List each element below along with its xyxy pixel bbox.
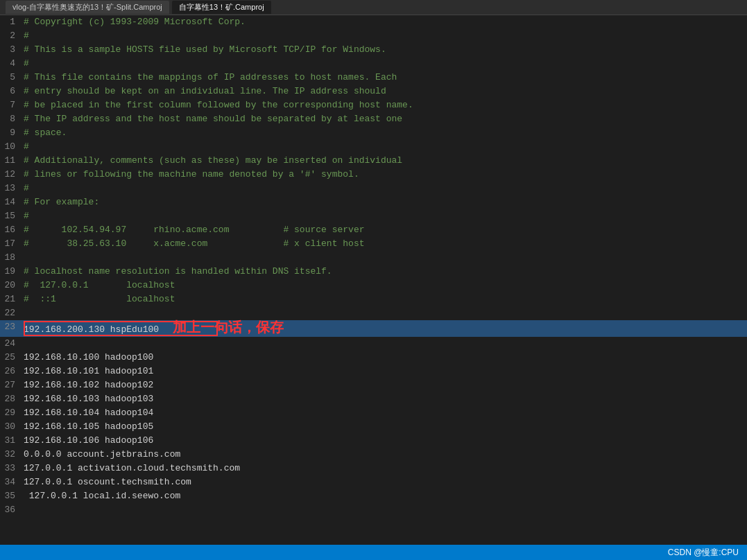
line-number: 16 bbox=[0, 223, 21, 237]
line-content: # bbox=[21, 140, 747, 154]
line-number: 23 bbox=[0, 320, 21, 337]
line-number: 5 bbox=[0, 71, 21, 85]
line: 14# For example: bbox=[0, 195, 747, 209]
line: 34127.0.0.1 oscount.techsmith.com bbox=[0, 475, 747, 489]
line-number: 35 bbox=[0, 489, 21, 503]
line-content: # lines or following the machine name de… bbox=[21, 168, 747, 182]
line-content: 192.168.10.103 hadoop103 bbox=[21, 392, 747, 406]
line-content: # bbox=[21, 29, 747, 43]
line-content: 0.0.0.0 account.jetbrains.com bbox=[21, 448, 747, 462]
line-content: # This file contains the mappings of IP … bbox=[21, 71, 747, 85]
line-content: # This is a sample HOSTS file used by Mi… bbox=[21, 43, 747, 57]
line-number: 15 bbox=[0, 209, 21, 223]
line-content: # 38.25.63.10 x.acme.com # x client host bbox=[21, 237, 747, 251]
line-number: 8 bbox=[0, 112, 21, 126]
line-number: 1 bbox=[0, 15, 21, 29]
tab-2[interactable]: 自字幕性13！矿.Camproj bbox=[172, 1, 271, 14]
line-content: # bbox=[21, 182, 747, 195]
line-number: 21 bbox=[0, 292, 21, 306]
line-content: # Additionally, comments (such as these)… bbox=[21, 154, 747, 168]
line-content: # For example: bbox=[21, 195, 747, 209]
tab-1[interactable]: vlog-自字幕性奥速克的13！矿-Split.Camproj bbox=[6, 1, 169, 14]
status-text: CSDN @慢童:CPU bbox=[668, 547, 739, 559]
line: 25192.168.10.100 hadoop100 bbox=[0, 351, 747, 365]
line-number: 27 bbox=[0, 378, 21, 392]
line: 20# 127.0.0.1 localhost bbox=[0, 279, 747, 292]
line: 11# Additionally, comments (such as thes… bbox=[0, 154, 747, 168]
line-content: 127.0.0.1 oscount.techsmith.com bbox=[21, 475, 747, 489]
line-content: # bbox=[21, 209, 747, 223]
line: 35 127.0.0.1 local.id.seewo.com bbox=[0, 489, 747, 503]
line-content: 192.168.10.105 hadoop105 bbox=[21, 420, 747, 434]
line: 36 bbox=[0, 503, 747, 517]
line-content: 192.168.10.102 hadoop102 bbox=[21, 378, 747, 392]
line: 4# bbox=[0, 57, 747, 71]
line-number: 25 bbox=[0, 351, 21, 365]
line: 29192.168.10.104 hadoop104 bbox=[0, 406, 747, 420]
line: 6# entry should be kept on an individual… bbox=[0, 85, 747, 98]
line: 23192.168.200.130 hspEdu100加上一句话，保存 bbox=[0, 320, 747, 337]
line-number: 10 bbox=[0, 140, 21, 154]
editor-area: 1# Copyright (c) 1993-2009 Microsoft Cor… bbox=[0, 15, 747, 545]
line-number: 17 bbox=[0, 237, 21, 251]
line-content: # 102.54.94.97 rhino.acme.com # source s… bbox=[21, 223, 747, 237]
line-content bbox=[21, 306, 747, 320]
line-content: # be placed in the first column followed… bbox=[21, 98, 747, 112]
line: 13# bbox=[0, 182, 747, 195]
line-number: 12 bbox=[0, 168, 21, 182]
line: 33127.0.0.1 activation.cloud.techsmith.c… bbox=[0, 462, 747, 475]
line-content: 192.168.200.130 hspEdu100加上一句话，保存 bbox=[21, 320, 747, 337]
line: 21# ::1 localhost bbox=[0, 292, 747, 306]
line: 19# localhost name resolution is handled… bbox=[0, 265, 747, 279]
line-content: 192.168.10.106 hadoop106 bbox=[21, 434, 747, 448]
line-content: # The IP address and the host name shoul… bbox=[21, 112, 747, 126]
line: 2# bbox=[0, 29, 747, 43]
line-content: 127.0.0.1 activation.cloud.techsmith.com bbox=[21, 462, 747, 475]
line-content bbox=[21, 503, 747, 517]
line-number: 24 bbox=[0, 337, 21, 351]
line-number: 34 bbox=[0, 475, 21, 489]
line-number: 6 bbox=[0, 85, 21, 98]
line-number: 11 bbox=[0, 154, 21, 168]
line-content: 192.168.10.101 hadoop101 bbox=[21, 365, 747, 378]
line-content: # 127.0.0.1 localhost bbox=[21, 279, 747, 292]
line: 320.0.0.0 account.jetbrains.com bbox=[0, 448, 747, 462]
line-content: 192.168.10.100 hadoop100 bbox=[21, 351, 747, 365]
line-content bbox=[21, 337, 747, 351]
line-number: 26 bbox=[0, 365, 21, 378]
line: 18 bbox=[0, 251, 747, 265]
line-content: 192.168.10.104 hadoop104 bbox=[21, 406, 747, 420]
line-container: 1# Copyright (c) 1993-2009 Microsoft Cor… bbox=[0, 15, 747, 517]
line-number: 2 bbox=[0, 29, 21, 43]
line-content: # bbox=[21, 57, 747, 71]
line: 10# bbox=[0, 140, 747, 154]
line: 7# be placed in the first column followe… bbox=[0, 98, 747, 112]
line: 9# space. bbox=[0, 126, 747, 140]
line-number: 7 bbox=[0, 98, 21, 112]
line-number: 32 bbox=[0, 448, 21, 462]
line-number: 20 bbox=[0, 279, 21, 292]
line: 31192.168.10.106 hadoop106 bbox=[0, 434, 747, 448]
line-number: 13 bbox=[0, 182, 21, 195]
line-number: 29 bbox=[0, 406, 21, 420]
line-number: 33 bbox=[0, 462, 21, 475]
line-number: 18 bbox=[0, 251, 21, 265]
annotation-text: 加上一句话，保存 bbox=[159, 320, 284, 335]
line-number: 4 bbox=[0, 57, 21, 71]
line-number: 22 bbox=[0, 306, 21, 320]
line-number: 30 bbox=[0, 420, 21, 434]
line-number: 9 bbox=[0, 126, 21, 140]
line-content: # Copyright (c) 1993-2009 Microsoft Corp… bbox=[21, 15, 747, 29]
line: 5# This file contains the mappings of IP… bbox=[0, 71, 747, 85]
line: 22 bbox=[0, 306, 747, 320]
line-number: 36 bbox=[0, 503, 21, 517]
line-number: 28 bbox=[0, 392, 21, 406]
line-content bbox=[21, 251, 747, 265]
line: 28192.168.10.103 hadoop103 bbox=[0, 392, 747, 406]
line-content: # space. bbox=[21, 126, 747, 140]
line: 24 bbox=[0, 337, 747, 351]
title-bar: vlog-自字幕性奥速克的13！矿-Split.Camproj 自字幕性13！矿… bbox=[0, 0, 747, 15]
line: 17# 38.25.63.10 x.acme.com # x client ho… bbox=[0, 237, 747, 251]
line: 8# The IP address and the host name shou… bbox=[0, 112, 747, 126]
line: 12# lines or following the machine name … bbox=[0, 168, 747, 182]
